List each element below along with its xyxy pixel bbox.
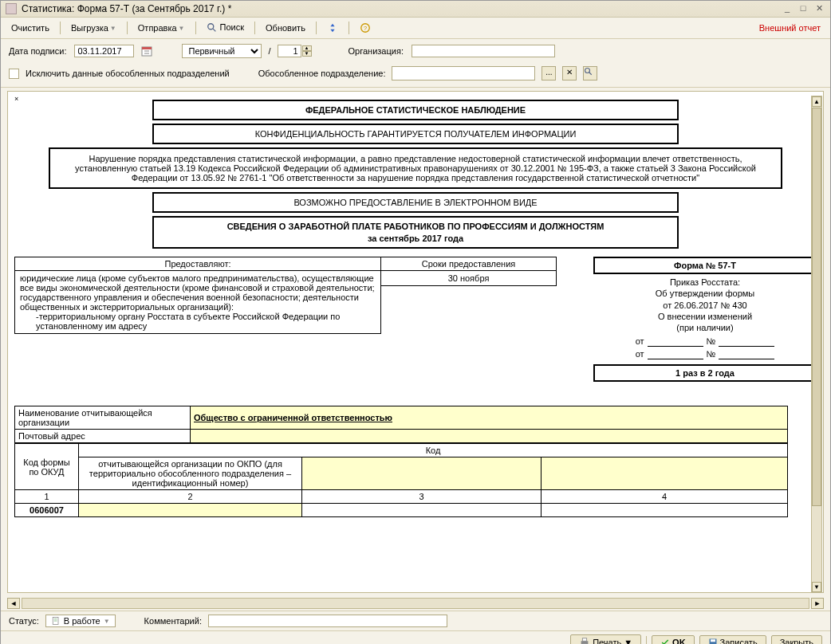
status-bar: Статус: В работе▼ Комментарий:	[1, 611, 830, 630]
comment-label: Комментарий:	[144, 616, 202, 626]
clear-button[interactable]: Очистить	[6, 21, 55, 35]
subdiv-input[interactable]	[392, 66, 535, 80]
deadline-column: Сроки предоставления 30 ноября	[381, 257, 557, 286]
comment-input[interactable]	[208, 615, 447, 627]
ok-button[interactable]: OK	[652, 635, 695, 644]
provide-column: Предоставляют: юридические лица (кроме с…	[14, 257, 381, 334]
document-icon	[51, 616, 61, 626]
address-value[interactable]	[191, 430, 788, 443]
scroll-thumb[interactable]	[812, 108, 821, 506]
help-icon: ?	[360, 22, 371, 33]
corner-mark: ×	[14, 95, 18, 103]
doc-header-1: ФЕДЕРАЛЬНОЕ СТАТИСТИЧЕСКОЕ НАБЛЮДЕНИЕ	[152, 100, 679, 120]
search-button[interactable]: Поиск	[201, 20, 250, 36]
svg-point-8	[585, 69, 590, 73]
status-dropdown[interactable]: В работе▼	[45, 615, 116, 627]
check-icon	[660, 638, 670, 644]
magnifier-icon	[584, 67, 593, 77]
doc-header-4: ВОЗМОЖНО ПРЕДОСТАВЛЕНИЕ В ЭЛЕКТРОННОМ ВИ…	[152, 192, 679, 213]
svg-rect-17	[711, 639, 715, 642]
extra-code[interactable]	[542, 457, 788, 490]
svg-rect-5	[142, 47, 152, 49]
correction-number[interactable]: ▲▼	[278, 45, 312, 57]
svg-text:?: ?	[364, 25, 368, 32]
app-icon	[6, 3, 17, 14]
horizontal-scrollbar[interactable]: ◄ ►	[1, 596, 830, 611]
titlebar: Статистика: Форма 57-Т (за Сентябрь 2017…	[1, 1, 830, 18]
exclude-checkbox[interactable]	[9, 69, 19, 79]
close-window-button[interactable]: Закрыть	[771, 635, 822, 644]
subdiv-search-button[interactable]	[583, 66, 597, 80]
scroll-right[interactable]: ►	[811, 598, 824, 609]
calendar-icon[interactable]	[140, 45, 153, 57]
svg-rect-14	[583, 638, 587, 642]
org-label: Организация:	[349, 46, 404, 56]
subdiv-select-button[interactable]: ...	[542, 66, 556, 80]
doc-header-5: СВЕДЕНИЯ О ЗАРАБОТНОЙ ПЛАТЕ РАБОТНИКОВ П…	[152, 216, 679, 249]
send-button[interactable]: Отправка▼	[132, 21, 191, 35]
vertical-scrollbar[interactable]: ▲ ▼	[811, 96, 822, 593]
footer-bar: Печать▼ OK Записать Закрыть	[1, 630, 830, 644]
window-title: Статистика: Форма 57-Т (за Сентябрь 2017…	[22, 3, 778, 14]
export-button[interactable]: Выгрузка▼	[65, 21, 122, 35]
maximize-button[interactable]: □	[797, 3, 809, 14]
toolbar: Очистить Выгрузка▼ Отправка▼ Поиск Обнов…	[1, 18, 830, 39]
svg-line-1	[212, 29, 215, 32]
sign-date-input[interactable]	[74, 45, 134, 57]
scroll-up[interactable]: ▲	[812, 96, 821, 107]
org-table: Наименование отчитывающейся организацииО…	[14, 406, 788, 443]
scroll-down[interactable]: ▼	[812, 582, 821, 592]
magnifier-icon	[207, 22, 218, 33]
report-type-select[interactable]: Первичный	[182, 44, 262, 58]
form-info-column: Форма № 57-Т Приказ Росстата: Об утвержд…	[593, 257, 817, 382]
filter-bar: Дата подписи: Первичный / ▲▼ Организация…	[1, 39, 830, 63]
expand-icon	[327, 22, 338, 33]
exclude-label: Исключить данные обособленных подразделе…	[26, 69, 230, 78]
subdivision-row: Исключить данные обособленных подразделе…	[1, 63, 830, 88]
printer-icon	[579, 637, 590, 644]
help-button[interactable]: ?	[354, 20, 376, 36]
minimize-button[interactable]: _	[781, 3, 794, 14]
refresh-button[interactable]: Обновить	[260, 21, 311, 35]
doc-header-2: КОНФИДЕНЦИАЛЬНОСТЬ ГАРАНТИРУЕТСЯ ПОЛУЧАТ…	[152, 124, 679, 144]
org-name-value[interactable]: Общество с ограниченной ответственностью	[194, 413, 392, 422]
status-label: Статус:	[9, 616, 39, 626]
okpo-code[interactable]	[302, 457, 542, 490]
document-area[interactable]: × ФЕДЕРАЛЬНОЕ СТАТИСТИЧЕСКОЕ НАБЛЮДЕНИЕ …	[7, 91, 824, 593]
org-input[interactable]	[412, 45, 555, 57]
code-table: Код формы по ОКУДКод отчитывающейся орга…	[14, 443, 788, 517]
save-button[interactable]: Записать	[699, 635, 766, 644]
close-button[interactable]: ✕	[813, 3, 825, 14]
subdiv-label: Обособленное подразделение:	[258, 69, 386, 78]
svg-line-9	[589, 73, 592, 75]
spin-down[interactable]: ▼	[302, 51, 312, 57]
save-icon	[708, 638, 718, 644]
subdiv-clear-button[interactable]: ✕	[562, 66, 577, 80]
sign-date-label: Дата подписи:	[9, 46, 66, 56]
scroll-left[interactable]: ◄	[7, 598, 20, 609]
expand-button[interactable]	[321, 20, 344, 36]
print-button[interactable]: Печать▼	[570, 634, 641, 644]
external-report-label: Внешний отчет	[754, 22, 825, 34]
svg-point-0	[207, 24, 213, 29]
spin-up[interactable]: ▲	[302, 45, 312, 51]
doc-warning: Нарушение порядка представления статисти…	[49, 147, 782, 189]
